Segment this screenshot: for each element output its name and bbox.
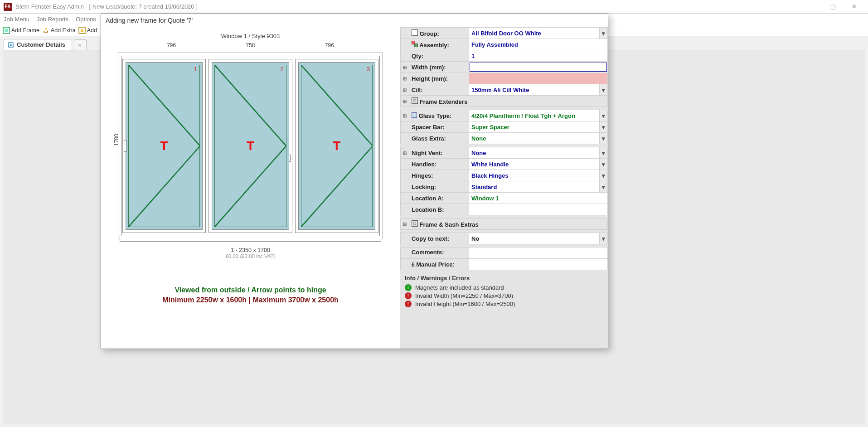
night-vent-value[interactable]: None▾ [469, 147, 608, 159]
handles-value[interactable]: White Handle▾ [469, 159, 608, 170]
window-title: Stern Fenster Easy Admin - [ New Lead/qu… [15, 3, 802, 10]
spacer-bar-value[interactable]: Super Spacer▾ [469, 121, 608, 133]
comments-input[interactable] [469, 247, 608, 259]
glass-extra-value[interactable]: None▾ [469, 133, 608, 144]
copy-to-next-value[interactable]: No▾ [469, 233, 608, 244]
spacer-bar-label: Spacer Bar: [409, 121, 469, 133]
height-input[interactable] [469, 73, 608, 84]
cill-value[interactable]: 150mm Ali Cill White▾ [469, 84, 608, 96]
toolbar-add-extra[interactable]: Add Extra [42, 27, 76, 34]
maximize-button[interactable]: ▢ [823, 0, 844, 14]
chevron-down-icon[interactable]: ▾ [599, 133, 607, 144]
dim-1: 796 [167, 42, 176, 49]
top-dimensions: 796 758 796 [105, 42, 396, 49]
qty-label: Qty: [409, 50, 469, 62]
outer-frame: 1 T 2 T 3 T [118, 53, 383, 239]
location-a-label: Location A: [409, 193, 469, 204]
minmax-note: Minimum 2250w x 1600h | Maximum 3700w x … [105, 296, 396, 304]
bottom-caption: 1 - 2350 x 1700 £0.00 (£0.00 inc VAT) [105, 247, 396, 259]
sash-3: 3 T [296, 59, 378, 233]
svg-rect-4 [81, 29, 83, 32]
titlebar: FA Stern Fenster Easy Admin - [ New Lead… [0, 0, 868, 14]
assembly-label: Assembly: [409, 39, 469, 50]
group-label: Group: [409, 28, 469, 39]
assembly-value[interactable]: Fully Assembled [469, 39, 608, 50]
expand-night-vent-icon[interactable]: ⊞ [401, 147, 409, 159]
frame-sash-icon [412, 220, 418, 227]
expand-glass-type-icon[interactable]: ⊞ [401, 110, 409, 121]
form-pane: Group: Ali Bifold Door OO White▾ Assembl… [400, 27, 608, 349]
expand-frame-extenders-icon[interactable]: ⊞ [401, 96, 409, 107]
dim-2: 758 [246, 42, 255, 49]
menu-job-menu[interactable]: Job Menu [4, 16, 29, 23]
sash-1: 1 T [123, 59, 205, 233]
info-row-2: ! Invalid Height (Min=1600 / Max=2500) [405, 301, 603, 307]
chevron-down-icon[interactable]: ▾ [599, 28, 607, 39]
tab-secondary[interactable] [74, 39, 87, 50]
minimize-button[interactable]: — [802, 0, 823, 14]
manual-price-label: £Manual Price: [409, 259, 469, 270]
menu-job-reports[interactable]: Job Reports [37, 16, 68, 23]
expand-cill-icon[interactable]: ⊞ [401, 84, 409, 96]
height-label: Height (mm): [409, 73, 469, 84]
glass-icon [412, 112, 417, 118]
info-section: Info / Warnings / Errors i Magnets are i… [400, 270, 608, 311]
sash-3-number: 3 [367, 66, 370, 73]
glass-type-value[interactable]: 4/20/4 Planitherm / Float Tgh + Argon▾ [469, 110, 608, 121]
menu-options[interactable]: Options [76, 16, 96, 23]
location-b-value[interactable] [469, 204, 608, 215]
add-extra-icon [42, 27, 49, 34]
assembly-icon [412, 41, 418, 47]
sash-2: 2 T [209, 59, 291, 233]
glass-extra-label: Glass Extra: [409, 133, 469, 144]
cill-label: Cill: [409, 84, 469, 96]
dialog-title: Adding new frame for Quote '7' [101, 14, 608, 27]
night-vent-label: Night Vent: [409, 147, 469, 159]
chevron-down-icon[interactable]: ▾ [599, 84, 607, 95]
chevron-down-icon[interactable]: ▾ [599, 159, 607, 170]
locking-label: Locking: [409, 181, 469, 193]
toolbar-add-extra-label: Add Extra [51, 27, 76, 34]
app-icon: FA [4, 3, 12, 11]
chevron-down-icon[interactable]: ▾ [599, 170, 607, 181]
width-input-cell [469, 62, 608, 73]
frame-sash-extras-section[interactable]: Frame & Sash Extras [409, 218, 608, 230]
chevron-down-icon[interactable]: ▾ [599, 121, 607, 132]
info-row-0: i Magnets are included as standard [405, 284, 603, 291]
frame-extenders-section[interactable]: Frame Extenders [409, 96, 608, 107]
locking-value[interactable]: Standard▾ [469, 181, 608, 193]
view-note: Viewed from outside / Arrow points to hi… [105, 286, 396, 294]
add-frame-dialog: Adding new frame for Quote '7' Window 1 … [101, 14, 608, 349]
price-line: £0.00 (£0.00 inc VAT) [105, 253, 396, 259]
add-icon [78, 27, 86, 34]
svg-point-6 [10, 44, 12, 45]
chevron-down-icon[interactable]: ▾ [599, 181, 607, 192]
info-row-1: ! Invalid Width (Min=2250 / Max=3700) [405, 292, 603, 299]
tab-customer-details[interactable]: Customer Details [4, 39, 71, 50]
info-title: Info / Warnings / Errors [405, 275, 603, 281]
chevron-down-icon[interactable]: ▾ [599, 110, 607, 121]
chevron-down-icon[interactable]: ▾ [599, 233, 607, 244]
chevron-down-icon[interactable]: ▾ [599, 147, 607, 158]
handle-icon [124, 140, 126, 152]
width-input[interactable] [470, 63, 607, 72]
expand-frame-sash-icon[interactable]: ⊞ [401, 218, 409, 230]
sash-1-number: 1 [194, 66, 197, 73]
hinges-value[interactable]: Black Hinges▾ [469, 170, 608, 181]
expand-icon[interactable] [401, 28, 409, 39]
sash-2-t: T [247, 139, 254, 153]
location-a-value[interactable]: Window 1 [469, 193, 608, 204]
qty-value[interactable]: 1 [469, 50, 608, 62]
group-value[interactable]: Ali Bifold Door OO White▾ [469, 28, 608, 39]
glass-type-label: Glass Type: [409, 110, 469, 121]
expand-width-icon[interactable]: ⊞ [401, 62, 409, 73]
close-button[interactable]: ✕ [844, 0, 864, 14]
toolbar-add-label: Add [87, 27, 97, 34]
manual-price-input[interactable] [469, 259, 608, 270]
pound-icon: £ [412, 261, 415, 268]
toolbar-add[interactable]: Add [78, 27, 97, 34]
comments-label: Comments: [409, 247, 469, 259]
expand-height-icon[interactable]: ⊞ [401, 73, 409, 84]
svg-rect-2 [45, 28, 47, 30]
toolbar-add-frame[interactable]: Add Frame [3, 27, 39, 34]
